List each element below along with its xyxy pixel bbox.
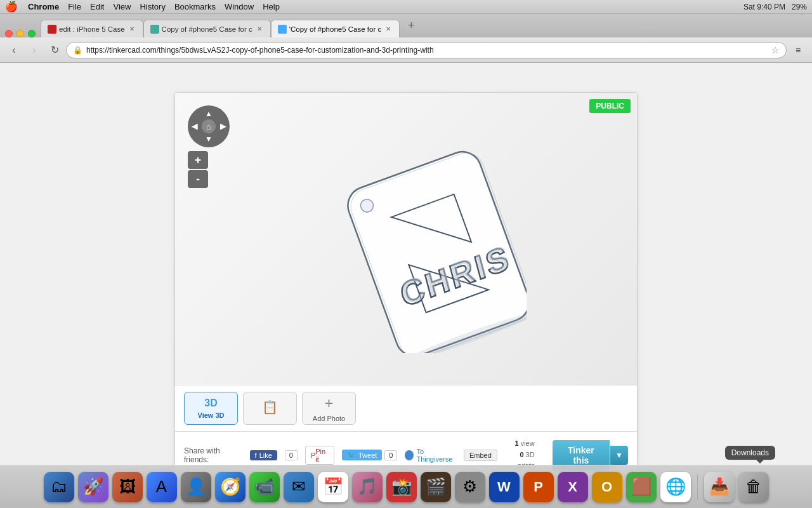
- menu-file[interactable]: File: [68, 2, 81, 11]
- word-icon: W: [497, 479, 511, 495]
- dock-onenote[interactable]: X: [558, 472, 588, 502]
- thingiverse-btn[interactable]: To Thingiverse: [405, 448, 455, 463]
- facetime-icon: 📹: [254, 477, 275, 497]
- dock-facetime[interactable]: 📹: [249, 472, 280, 502]
- pinterest-label: Pin it: [315, 448, 329, 463]
- tinkercad-page: PUBLIC ▲ ▼ ◀ ▶ ⌂ +: [0, 63, 812, 508]
- minecraft-icon: 🟫: [631, 477, 652, 497]
- dock-finder[interactable]: 🗂: [44, 472, 74, 502]
- close-window-btn[interactable]: [5, 30, 13, 37]
- pan-right-btn[interactable]: ▶: [220, 122, 226, 131]
- menu-window[interactable]: Window: [225, 2, 254, 11]
- finder-icon: 🗂: [51, 477, 67, 497]
- model-viewport[interactable]: PUBLIC ▲ ▼ ◀ ▶ ⌂ +: [175, 93, 637, 385]
- new-tab-btn[interactable]: +: [402, 17, 420, 35]
- dock: 🗂 🚀 🖼 A 👤 🧭 📹 ✉ 📅 🎵 📸 🎬 ⚙ W P X: [0, 465, 812, 508]
- home-view-btn[interactable]: ⌂: [202, 119, 216, 133]
- minimize-window-btn[interactable]: [16, 30, 24, 37]
- downloads-icon: 📥: [709, 477, 730, 497]
- public-badge: PUBLIC: [589, 99, 631, 113]
- dock-downloads[interactable]: 📥: [704, 472, 735, 502]
- dock-omni[interactable]: O: [592, 472, 622, 502]
- photo-icon: 📋: [262, 399, 278, 415]
- menu-help[interactable]: Help: [263, 2, 280, 11]
- tab-close-1[interactable]: ✕: [128, 25, 136, 34]
- pinterest-btn[interactable]: P Pin it: [305, 446, 334, 465]
- powerpoint-icon: P: [534, 479, 543, 495]
- back-btn[interactable]: ‹: [5, 41, 23, 59]
- dock-word[interactable]: W: [489, 472, 520, 502]
- tab-label-2: Copy of #phone5 Case for c: [162, 25, 252, 33]
- maximize-window-btn[interactable]: [28, 30, 36, 37]
- dock-minecraft[interactable]: 🟫: [626, 472, 657, 502]
- menu-view[interactable]: View: [113, 2, 131, 11]
- add-photo-icon: +: [324, 394, 333, 412]
- dock-launchpad[interactable]: 🚀: [78, 472, 108, 502]
- tab-close-3[interactable]: ✕: [384, 25, 393, 34]
- view-3d-label: View 3D: [198, 411, 225, 419]
- dock-chrome[interactable]: 🌐: [660, 472, 691, 502]
- photos-icon: 🖼: [119, 477, 136, 497]
- zoom-controls: + -: [188, 151, 230, 188]
- pan-down-btn[interactable]: ▼: [205, 135, 213, 144]
- menu-history[interactable]: History: [140, 2, 165, 11]
- onenote-icon: X: [568, 479, 577, 495]
- reload-btn[interactable]: ↻: [46, 41, 63, 59]
- menu-edit[interactable]: Edit: [90, 2, 104, 11]
- dock-photos[interactable]: 🖼: [112, 472, 143, 502]
- dock-powerpoint[interactable]: P: [523, 472, 554, 502]
- view-count: 1: [514, 439, 518, 447]
- like-count: 0: [285, 450, 298, 460]
- add-photo-btn[interactable]: + Add Photo: [302, 392, 356, 425]
- twitter-icon: 🐦: [347, 451, 356, 459]
- tinker-dropdown-btn[interactable]: ▼: [610, 446, 628, 465]
- model-container: PUBLIC ▲ ▼ ◀ ▶ ⌂ +: [174, 92, 638, 479]
- pinterest-icon: P: [311, 451, 315, 459]
- tab-favicon-1: [48, 25, 56, 34]
- dock-mail[interactable]: ✉: [284, 472, 314, 502]
- 3d-icon: 3D: [204, 398, 217, 409]
- dock-itunes[interactable]: 🎵: [352, 472, 383, 502]
- twitter-btn[interactable]: 🐦 Tweet: [342, 450, 382, 460]
- embed-btn[interactable]: Embed: [464, 450, 497, 461]
- address-bar[interactable]: 🔒 https://tinkercad.com/things/5bdwsLvAS…: [66, 42, 787, 58]
- tab-favicon-2: [150, 25, 159, 34]
- photo-btn[interactable]: 📋: [243, 392, 297, 425]
- nav-bar: ‹ › ↻ 🔒 https://tinkercad.com/things/5bd…: [0, 37, 812, 63]
- tab-copy-phone5-active[interactable]: 'Copy of #phone5 Case for c ✕: [271, 20, 400, 37]
- trash-icon: 🗑: [745, 477, 762, 497]
- zoom-in-btn[interactable]: +: [188, 151, 208, 169]
- share-label: Share with friends:: [184, 446, 240, 464]
- bookmark-star-icon[interactable]: ☆: [771, 45, 780, 55]
- apple-menu[interactable]: 🍎: [5, 1, 18, 13]
- pan-up-btn[interactable]: ▲: [205, 109, 213, 118]
- mail-icon: ✉: [292, 477, 306, 497]
- browser-window: edit : iPhone 5 Case ✕ Copy of #phone5 C…: [0, 14, 812, 508]
- view-3d-btn[interactable]: 3D View 3D: [184, 392, 238, 425]
- menu-bar: 🍎 Chrome File Edit View History Bookmark…: [0, 0, 812, 14]
- browser-menu-btn[interactable]: ≡: [789, 41, 807, 59]
- facebook-like-btn[interactable]: f Like: [250, 450, 277, 460]
- dock-systemprefs[interactable]: ⚙: [455, 472, 485, 502]
- zoom-out-btn[interactable]: -: [188, 170, 208, 188]
- model-toolbar: 3D View 3D 📋 + Add Photo: [175, 385, 637, 431]
- video-icon: 🎬: [426, 477, 446, 497]
- dock-trash[interactable]: 🗑: [738, 472, 769, 502]
- menu-bookmarks[interactable]: Bookmarks: [174, 2, 216, 11]
- tab-close-2[interactable]: ✕: [255, 25, 264, 34]
- tab-bar: edit : iPhone 5 Case ✕ Copy of #phone5 C…: [0, 14, 812, 37]
- dock-contacts[interactable]: 👤: [181, 472, 211, 502]
- tab-copy-phone5[interactable]: Copy of #phone5 Case for c ✕: [143, 20, 271, 37]
- dock-video[interactable]: 🎬: [421, 472, 451, 502]
- pan-left-btn[interactable]: ◀: [192, 122, 197, 131]
- dock-calendar[interactable]: 📅: [318, 472, 348, 502]
- dock-appstore[interactable]: A: [147, 472, 177, 502]
- dock-photobooth[interactable]: 📸: [386, 472, 417, 502]
- dock-safari[interactable]: 🧭: [215, 472, 246, 502]
- itunes-icon: 🎵: [357, 477, 377, 497]
- home-icon: ⌂: [206, 122, 211, 131]
- tab-edit-iphone[interactable]: edit : iPhone 5 Case ✕: [41, 20, 143, 37]
- forward-btn[interactable]: ›: [25, 41, 43, 59]
- navigation-pad[interactable]: ▲ ▼ ◀ ▶ ⌂: [188, 105, 230, 147]
- menu-chrome[interactable]: Chrome: [28, 2, 59, 11]
